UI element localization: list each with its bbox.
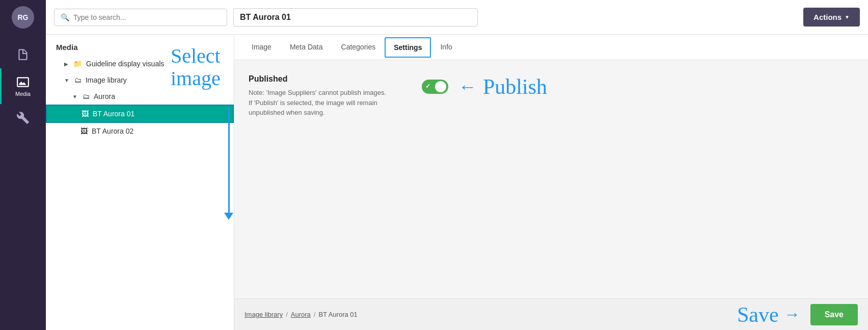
published-label: Published (249, 74, 391, 84)
topbar: 🔍 Actions ▼ (46, 0, 868, 35)
save-annotation-arrow: → (784, 305, 800, 324)
toggle-check-icon: ✓ (425, 83, 430, 90)
breadcrumb-sep-2: / (314, 311, 316, 318)
breadcrumb-aurora[interactable]: Aurora (291, 311, 311, 318)
title-input[interactable] (233, 8, 478, 27)
actions-button[interactable]: Actions ▼ (803, 8, 860, 27)
tab-meta-data[interactable]: Meta Data (281, 36, 332, 59)
sidebar-item-document[interactable] (0, 41, 46, 68)
published-section: Published Note: 'Image Suppliers' cannot… (249, 74, 854, 118)
breadcrumb-current: BT Aurora 01 (318, 311, 357, 318)
folder-icon: 📁 (73, 60, 82, 68)
tree-item-aurora[interactable]: ▼ 🗂 Aurora (46, 88, 234, 105)
tabs-bar: Image Meta Data Categories Settings Info (234, 35, 868, 60)
breadcrumb-image-library[interactable]: Image library (245, 311, 283, 318)
tree-arrow-icon: ▼ (64, 78, 69, 83)
publish-toggle[interactable]: ✓ (422, 80, 448, 94)
tree-arrow-icon: ▼ (72, 94, 77, 99)
save-annotation: Save → (737, 302, 800, 327)
tree-item-label: Guideline display visuals (86, 60, 224, 68)
sidebar-media-label: Media (15, 91, 31, 97)
tab-settings[interactable]: Settings (385, 37, 431, 58)
tree-item-guideline[interactable]: ▶ 📁 Guideline display visuals (46, 56, 234, 72)
folder-multi-icon: 🗂 (83, 92, 90, 100)
sidebar: RG Media (0, 0, 46, 330)
tree-header: Media (46, 35, 234, 56)
tree-item-label: Aurora (94, 92, 224, 100)
image-file-icon: 🖼 (82, 110, 89, 118)
save-annotation-text: Save (737, 302, 779, 327)
folder-multi-icon: 🗂 (74, 76, 82, 84)
tab-info[interactable]: Info (431, 36, 461, 59)
actions-caret-icon: ▼ (845, 14, 850, 20)
main-area: 🔍 Actions ▼ Media ▶ 📁 Guideline display … (46, 0, 868, 330)
tree-item-label: BT Aurora 02 (92, 127, 224, 135)
breadcrumb: Image library / Aurora / BT Aurora 01 (245, 311, 358, 318)
tree-item-image-library[interactable]: ▼ 🗂 Image library (46, 72, 234, 88)
tools-icon (16, 111, 30, 124)
editor-content: Published Note: 'Image Suppliers' cannot… (234, 60, 868, 298)
breadcrumb-sep-1: / (286, 311, 288, 318)
publish-text: Publish (483, 74, 547, 99)
publish-annotation: ← Publish (458, 74, 547, 99)
tab-image[interactable]: Image (242, 36, 281, 59)
bottom-right: Save → Save (737, 302, 858, 327)
published-note: Note: 'Image Suppliers' cannot publish i… (249, 88, 391, 118)
search-icon: 🔍 (61, 13, 69, 21)
actions-label: Actions (813, 13, 842, 21)
save-button[interactable]: Save (810, 304, 858, 325)
sidebar-item-media[interactable]: Media (0, 68, 46, 104)
content-area: Media ▶ 📁 Guideline display visuals ▼ 🗂 … (46, 35, 868, 330)
sidebar-item-tools[interactable] (0, 104, 46, 132)
search-box: 🔍 (54, 9, 227, 26)
media-icon (16, 75, 30, 89)
published-info: Published Note: 'Image Suppliers' cannot… (249, 74, 391, 118)
document-icon (16, 48, 30, 61)
toggle-wrapper: ✓ ← Publish (422, 74, 547, 99)
editor-panel: Image Meta Data Categories Settings Info… (234, 35, 868, 330)
tree-item-bt-aurora-01[interactable]: 🖼 BT Aurora 01 (46, 105, 234, 123)
tree-panel: Media ▶ 📁 Guideline display visuals ▼ 🗂 … (46, 35, 234, 330)
bottom-bar: Image library / Aurora / BT Aurora 01 Sa… (234, 298, 868, 330)
publish-arrow-icon: ← (458, 78, 477, 96)
image-file-icon: 🖼 (80, 127, 88, 135)
tree-item-bt-aurora-02[interactable]: 🖼 BT Aurora 02 (46, 123, 234, 139)
tree-arrow-icon: ▶ (64, 61, 68, 67)
tree-item-label: BT Aurora 01 (93, 110, 223, 118)
search-input[interactable] (73, 13, 221, 21)
avatar[interactable]: RG (12, 6, 34, 29)
tree-item-label: Image library (86, 76, 224, 84)
tab-categories[interactable]: Categories (332, 36, 385, 59)
